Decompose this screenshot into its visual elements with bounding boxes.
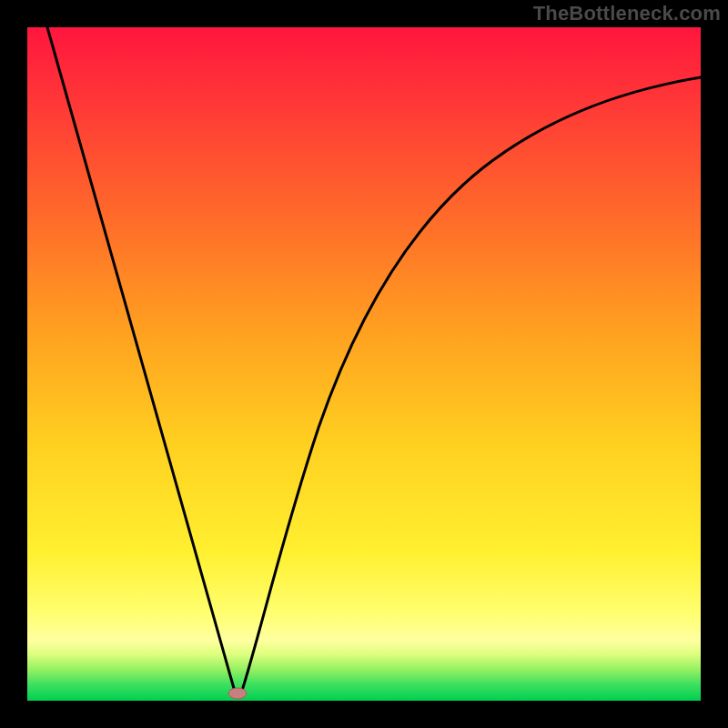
bottleneck-chart (0, 0, 728, 728)
chart-frame: { "watermark": "TheBottleneck.com", "col… (0, 0, 728, 728)
optimal-point-marker (228, 688, 247, 699)
plot-area-bg (27, 27, 701, 701)
watermark-text: TheBottleneck.com (533, 2, 721, 25)
